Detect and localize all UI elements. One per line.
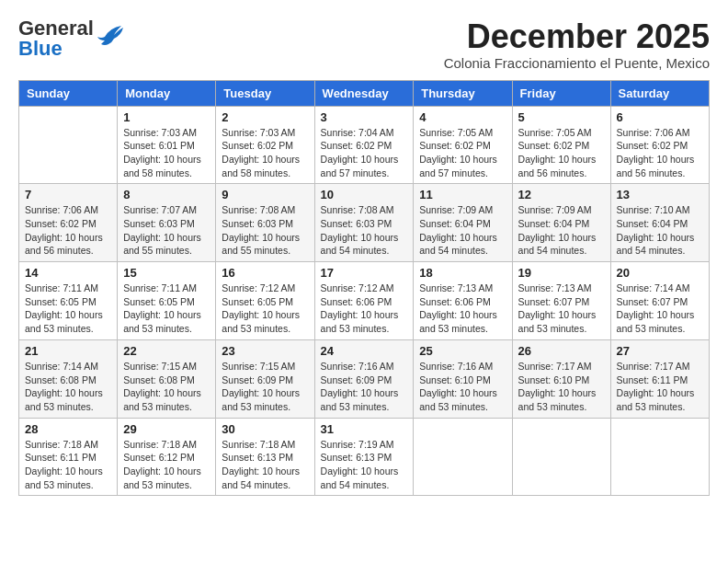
- day-number: 6: [617, 110, 703, 124]
- title-block: December 2025 Colonia Fraccionamiento el…: [444, 18, 710, 71]
- calendar-cell: 18Sunrise: 7:13 AM Sunset: 6:06 PM Dayli…: [414, 262, 512, 340]
- day-info: Sunrise: 7:06 AM Sunset: 6:02 PM Dayligh…: [25, 203, 111, 258]
- day-info: Sunrise: 7:18 AM Sunset: 6:12 PM Dayligh…: [123, 438, 210, 492]
- calendar-cell: 4Sunrise: 7:05 AM Sunset: 6:02 PM Daylig…: [414, 106, 512, 184]
- day-number: 29: [123, 422, 210, 436]
- calendar-cell: 9Sunrise: 7:08 AM Sunset: 6:03 PM Daylig…: [216, 184, 314, 262]
- calendar-week-row: 1Sunrise: 7:03 AM Sunset: 6:01 PM Daylig…: [19, 106, 710, 184]
- calendar-cell: 21Sunrise: 7:14 AM Sunset: 6:08 PM Dayli…: [19, 339, 118, 418]
- day-info: Sunrise: 7:12 AM Sunset: 6:06 PM Dayligh…: [321, 282, 408, 336]
- calendar-cell: 14Sunrise: 7:11 AM Sunset: 6:05 PM Dayli…: [19, 262, 118, 340]
- day-info: Sunrise: 7:15 AM Sunset: 6:08 PM Dayligh…: [123, 360, 210, 414]
- day-info: Sunrise: 7:11 AM Sunset: 6:05 PM Dayligh…: [25, 282, 111, 336]
- day-number: 24: [321, 344, 408, 358]
- calendar-cell: 7Sunrise: 7:06 AM Sunset: 6:02 PM Daylig…: [19, 184, 118, 262]
- day-number: 30: [222, 422, 308, 436]
- calendar-cell: 28Sunrise: 7:18 AM Sunset: 6:11 PM Dayli…: [19, 418, 118, 496]
- day-info: Sunrise: 7:17 AM Sunset: 6:11 PM Dayligh…: [617, 360, 703, 414]
- calendar-cell: 27Sunrise: 7:17 AM Sunset: 6:11 PM Dayli…: [610, 339, 709, 418]
- day-info: Sunrise: 7:16 AM Sunset: 6:10 PM Dayligh…: [419, 360, 506, 414]
- day-number: 16: [222, 266, 308, 280]
- day-info: Sunrise: 7:18 AM Sunset: 6:11 PM Dayligh…: [25, 438, 111, 492]
- day-info: Sunrise: 7:07 AM Sunset: 6:03 PM Dayligh…: [123, 203, 210, 258]
- day-number: 13: [617, 188, 703, 201]
- col-header-tuesday: Tuesday: [216, 80, 314, 106]
- calendar-cell: 17Sunrise: 7:12 AM Sunset: 6:06 PM Dayli…: [314, 262, 414, 340]
- calendar-cell: 25Sunrise: 7:16 AM Sunset: 6:10 PM Dayli…: [414, 339, 512, 418]
- calendar-cell: [610, 418, 709, 496]
- col-header-sunday: Sunday: [19, 80, 118, 106]
- day-info: Sunrise: 7:15 AM Sunset: 6:09 PM Dayligh…: [222, 360, 308, 414]
- day-info: Sunrise: 7:03 AM Sunset: 6:02 PM Dayligh…: [222, 126, 308, 180]
- day-number: 31: [321, 422, 408, 436]
- day-number: 17: [321, 266, 408, 280]
- col-header-saturday: Saturday: [610, 80, 709, 106]
- calendar-cell: 6Sunrise: 7:06 AM Sunset: 6:02 PM Daylig…: [610, 106, 709, 184]
- day-number: 27: [617, 344, 703, 358]
- day-number: 28: [25, 422, 111, 436]
- day-number: 22: [123, 344, 210, 358]
- logo-bird-icon: [96, 20, 125, 50]
- day-number: 21: [25, 344, 111, 358]
- day-info: Sunrise: 7:19 AM Sunset: 6:13 PM Dayligh…: [321, 438, 408, 492]
- day-info: Sunrise: 7:09 AM Sunset: 6:04 PM Dayligh…: [419, 203, 506, 258]
- day-number: 4: [419, 110, 506, 124]
- day-number: 18: [419, 266, 506, 280]
- calendar-cell: [512, 418, 610, 496]
- calendar-cell: 3Sunrise: 7:04 AM Sunset: 6:02 PM Daylig…: [314, 106, 414, 184]
- day-info: Sunrise: 7:05 AM Sunset: 6:02 PM Dayligh…: [419, 126, 506, 180]
- col-header-friday: Friday: [512, 80, 610, 106]
- calendar-cell: 29Sunrise: 7:18 AM Sunset: 6:12 PM Dayli…: [118, 418, 216, 496]
- col-header-thursday: Thursday: [414, 80, 512, 106]
- col-header-monday: Monday: [118, 80, 216, 106]
- logo-blue: Blue: [18, 37, 63, 60]
- day-number: 20: [617, 266, 703, 280]
- calendar-cell: 23Sunrise: 7:15 AM Sunset: 6:09 PM Dayli…: [216, 339, 314, 418]
- day-number: 12: [518, 188, 605, 201]
- calendar-cell: 22Sunrise: 7:15 AM Sunset: 6:08 PM Dayli…: [118, 339, 216, 418]
- calendar-header-row: SundayMondayTuesdayWednesdayThursdayFrid…: [19, 80, 710, 106]
- day-info: Sunrise: 7:10 AM Sunset: 6:04 PM Dayligh…: [617, 203, 703, 258]
- calendar-cell: 31Sunrise: 7:19 AM Sunset: 6:13 PM Dayli…: [314, 418, 414, 496]
- calendar-cell: 30Sunrise: 7:18 AM Sunset: 6:13 PM Dayli…: [216, 418, 314, 496]
- day-info: Sunrise: 7:13 AM Sunset: 6:07 PM Dayligh…: [518, 282, 605, 336]
- day-info: Sunrise: 7:03 AM Sunset: 6:01 PM Dayligh…: [123, 126, 210, 180]
- day-number: 15: [123, 266, 210, 280]
- calendar-cell: 5Sunrise: 7:05 AM Sunset: 6:02 PM Daylig…: [512, 106, 610, 184]
- calendar-cell: 1Sunrise: 7:03 AM Sunset: 6:01 PM Daylig…: [118, 106, 216, 184]
- calendar-cell: 20Sunrise: 7:14 AM Sunset: 6:07 PM Dayli…: [610, 262, 709, 340]
- calendar-cell: 26Sunrise: 7:17 AM Sunset: 6:10 PM Dayli…: [512, 339, 610, 418]
- day-info: Sunrise: 7:14 AM Sunset: 6:08 PM Dayligh…: [25, 360, 111, 414]
- calendar-cell: 15Sunrise: 7:11 AM Sunset: 6:05 PM Dayli…: [118, 262, 216, 340]
- day-number: 3: [321, 110, 408, 124]
- day-number: 11: [419, 188, 506, 201]
- day-info: Sunrise: 7:08 AM Sunset: 6:03 PM Dayligh…: [222, 203, 308, 258]
- calendar-cell: 8Sunrise: 7:07 AM Sunset: 6:03 PM Daylig…: [118, 184, 216, 262]
- day-number: 1: [123, 110, 210, 124]
- calendar-cell: 2Sunrise: 7:03 AM Sunset: 6:02 PM Daylig…: [216, 106, 314, 184]
- day-number: 2: [222, 110, 308, 124]
- calendar-week-row: 14Sunrise: 7:11 AM Sunset: 6:05 PM Dayli…: [19, 262, 710, 340]
- calendar-cell: 12Sunrise: 7:09 AM Sunset: 6:04 PM Dayli…: [512, 184, 610, 262]
- calendar-week-row: 7Sunrise: 7:06 AM Sunset: 6:02 PM Daylig…: [19, 184, 710, 262]
- day-number: 10: [321, 188, 408, 201]
- day-number: 14: [25, 266, 111, 280]
- day-info: Sunrise: 7:16 AM Sunset: 6:09 PM Dayligh…: [321, 360, 408, 414]
- calendar-table: SundayMondayTuesdayWednesdayThursdayFrid…: [18, 80, 710, 497]
- calendar-week-row: 21Sunrise: 7:14 AM Sunset: 6:08 PM Dayli…: [19, 339, 710, 418]
- location-subtitle: Colonia Fraccionamiento el Puente, Mexic…: [444, 55, 710, 71]
- day-number: 25: [419, 344, 506, 358]
- day-number: 7: [25, 188, 111, 201]
- day-info: Sunrise: 7:08 AM Sunset: 6:03 PM Dayligh…: [321, 203, 408, 258]
- calendar-cell: 24Sunrise: 7:16 AM Sunset: 6:09 PM Dayli…: [314, 339, 414, 418]
- day-number: 23: [222, 344, 308, 358]
- calendar-cell: 16Sunrise: 7:12 AM Sunset: 6:05 PM Dayli…: [216, 262, 314, 340]
- day-info: Sunrise: 7:11 AM Sunset: 6:05 PM Dayligh…: [123, 282, 210, 336]
- calendar-cell: 10Sunrise: 7:08 AM Sunset: 6:03 PM Dayli…: [314, 184, 414, 262]
- day-info: Sunrise: 7:13 AM Sunset: 6:06 PM Dayligh…: [419, 282, 506, 336]
- calendar-cell: [414, 418, 512, 496]
- day-info: Sunrise: 7:05 AM Sunset: 6:02 PM Dayligh…: [518, 126, 605, 180]
- day-info: Sunrise: 7:06 AM Sunset: 6:02 PM Dayligh…: [617, 126, 703, 180]
- day-number: 19: [518, 266, 605, 280]
- calendar-cell: 19Sunrise: 7:13 AM Sunset: 6:07 PM Dayli…: [512, 262, 610, 340]
